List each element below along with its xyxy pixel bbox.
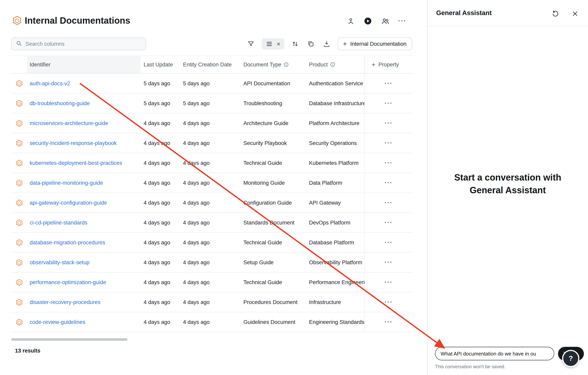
object-hexagon-icon [11, 173, 27, 192]
help-question-mark: ? [568, 354, 573, 363]
table-row[interactable]: kubernetes-deployment-best-practices 4 d… [11, 153, 413, 173]
row-identifier-link[interactable]: data-pipeline-monitoring-guide [30, 180, 103, 186]
row-last-update: 4 days ago [141, 173, 180, 192]
column-header-identifier[interactable]: Identifier [27, 56, 141, 73]
row-entity-creation-date: 4 days ago [180, 173, 240, 192]
table-row[interactable]: ci-cd-pipeline-standards 4 days ago 4 da… [11, 213, 413, 233]
table-row[interactable]: performance-optimization-guide 4 days ag… [11, 273, 413, 292]
column-header-document-type[interactable]: Document Type [240, 56, 306, 73]
sort-icon[interactable] [290, 39, 300, 49]
row-more-button[interactable]: ··· [365, 213, 413, 232]
general-assistant-panel: General Assistant Start a conversation w… [427, 0, 588, 375]
search-input[interactable] [25, 41, 142, 47]
row-product: Security Operations [306, 133, 364, 153]
assistant-actions [550, 9, 580, 18]
row-document-type: API Documentation [240, 74, 306, 93]
row-product: Database Platform [306, 233, 364, 252]
row-identifier-link[interactable]: api-gateway-configuration-guide [30, 200, 107, 206]
row-more-button[interactable]: ··· [365, 173, 413, 192]
clear-view-icon[interactable]: × [276, 41, 280, 47]
row-document-type: Setup Guide [240, 253, 306, 272]
header-actions: ··· [346, 16, 408, 26]
main-panel: Internal Documentations ··· [0, 0, 427, 375]
table-row[interactable]: microservices-architecture-guide 4 days … [11, 113, 413, 133]
more-options-icon[interactable]: ··· [398, 16, 407, 26]
row-more-button[interactable]: ··· [365, 153, 413, 173]
row-identifier-link[interactable]: ci-cd-pipeline-standards [30, 220, 87, 225]
row-identifier-link[interactable]: security-incident-response-playbook [30, 140, 117, 146]
row-entity-creation-date: 4 days ago [180, 133, 240, 153]
users-icon[interactable] [380, 16, 390, 26]
assistant-empty-state: Start a conversation with General Assist… [446, 171, 570, 197]
column-header-entity-creation-date[interactable]: Entity Creation Date [180, 56, 240, 73]
row-identifier-link[interactable]: db-troubleshooting-guide [30, 100, 90, 106]
row-identifier-link[interactable]: kubernetes-deployment-best-practices [30, 160, 122, 166]
table-row[interactable]: code-review-guidelines 4 days ago 4 days… [11, 312, 413, 332]
table-row[interactable]: data-pipeline-monitoring-guide 4 days ag… [11, 173, 413, 193]
table-row[interactable]: api-gateway-configuration-guide 4 days a… [11, 193, 413, 213]
help-button[interactable]: ? [562, 350, 579, 367]
row-entity-creation-date: 4 days ago [180, 312, 240, 332]
object-hexagon-icon [11, 273, 27, 292]
row-more-button[interactable]: ··· [365, 312, 413, 332]
table-row[interactable]: disaster-recovery-procedures 4 days ago … [11, 292, 413, 312]
table-row[interactable]: auth-api-docs-v2 5 days ago 5 days ago A… [11, 74, 413, 93]
add-property-button[interactable]: + Property [365, 56, 413, 73]
assistant-chat-input[interactable] [435, 347, 554, 360]
table-body: auth-api-docs-v2 5 days ago 5 days ago A… [0, 74, 413, 332]
row-identifier-link[interactable]: database-migration-procedures [30, 239, 105, 245]
row-document-type: Security Playbook [240, 133, 306, 153]
row-entity-creation-date: 5 days ago [180, 74, 240, 93]
row-more-button[interactable]: ··· [365, 292, 413, 312]
table-toolbar: × + Internal Documentation [246, 38, 412, 50]
row-entity-creation-date: 4 days ago [180, 292, 240, 312]
row-more-button[interactable]: ··· [365, 253, 413, 272]
new-internal-documentation-button[interactable]: + Internal Documentation [337, 38, 412, 50]
row-last-update: 4 days ago [141, 133, 180, 153]
assistant-disclaimer: This conversation won't be saved. [435, 364, 505, 369]
run-play-icon[interactable] [363, 16, 373, 26]
row-more-button[interactable]: ··· [365, 74, 413, 93]
row-product: Engineering Standards [306, 312, 364, 332]
column-header-product[interactable]: Product [306, 56, 364, 73]
horizontal-scrollbar[interactable] [11, 338, 127, 341]
info-icon [330, 62, 335, 67]
search-columns-box[interactable] [11, 38, 147, 50]
row-more-button[interactable]: ··· [365, 93, 413, 113]
download-icon[interactable] [322, 39, 331, 49]
row-entity-creation-date: 4 days ago [180, 273, 240, 292]
row-identifier-link[interactable]: performance-optimization-guide [30, 279, 106, 285]
copy-icon[interactable] [306, 39, 316, 49]
row-identifier-link[interactable]: code-review-guidelines [30, 319, 85, 325]
row-more-button[interactable]: ··· [365, 233, 413, 252]
reset-conversation-icon[interactable] [550, 9, 560, 18]
row-entity-creation-date: 4 days ago [180, 153, 240, 173]
row-more-button[interactable]: ··· [365, 193, 413, 212]
table-row[interactable]: database-migration-procedures 4 days ago… [11, 233, 413, 253]
row-more-button[interactable]: ··· [365, 133, 413, 153]
object-hexagon-icon [11, 113, 27, 133]
explore-icon[interactable] [346, 16, 356, 26]
column-header-last-update[interactable]: Last Update [141, 56, 180, 73]
row-more-button[interactable]: ··· [365, 273, 413, 292]
row-identifier-link[interactable]: auth-api-docs-v2 [30, 80, 70, 86]
row-identifier-link[interactable]: observability-stack-setup [30, 259, 89, 265]
row-entity-creation-date: 5 days ago [180, 93, 240, 113]
table-row[interactable]: security-incident-response-playbook 4 da… [11, 133, 413, 153]
row-last-update: 4 days ago [141, 113, 180, 133]
row-document-type: Architecture Guide [240, 113, 306, 133]
row-last-update: 4 days ago [141, 233, 180, 252]
filter-icon[interactable] [246, 39, 256, 49]
row-identifier-link[interactable]: disaster-recovery-procedures [30, 299, 100, 305]
table-row[interactable]: db-troubleshooting-guide 5 days ago 5 da… [11, 93, 413, 113]
close-panel-icon[interactable] [570, 9, 580, 18]
row-document-type: Standards Document [240, 213, 306, 232]
object-hexagon-icon [11, 253, 27, 272]
row-product: Performance Engineering [306, 273, 364, 292]
list-view-icon[interactable] [265, 40, 273, 48]
row-more-button[interactable]: ··· [365, 113, 413, 133]
table-row[interactable]: observability-stack-setup 4 days ago 4 d… [11, 253, 413, 272]
row-identifier-link[interactable]: microservices-architecture-guide [30, 120, 108, 126]
object-hexagon-icon [11, 233, 27, 252]
row-product: Infrastructure [306, 292, 364, 312]
